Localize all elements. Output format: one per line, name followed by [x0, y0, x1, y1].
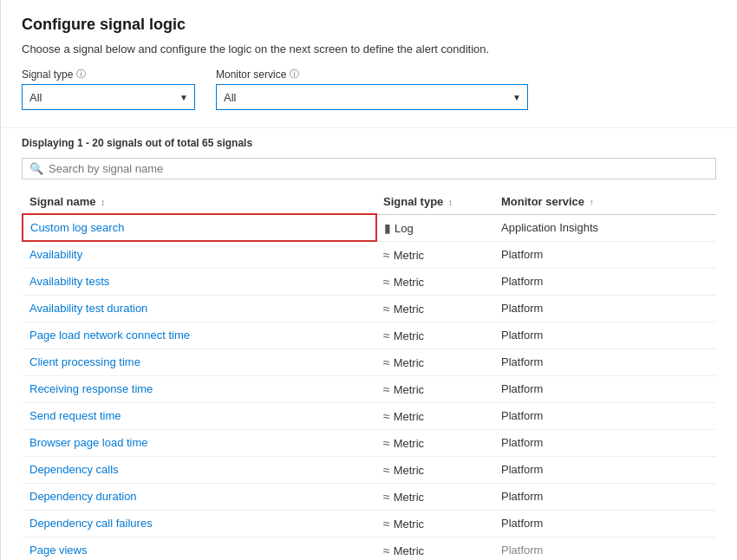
signal-name-link[interactable]: Receiving response time [29, 382, 153, 395]
monitor-service-cell: Platform [494, 348, 716, 375]
table-row: Send request time≈MetricPlatform [23, 402, 716, 429]
panel-title: Configure signal logic [22, 16, 716, 34]
signal-name-sort-icon[interactable]: ↕ [101, 198, 105, 207]
signal-type-info-icon[interactable]: ⓘ [76, 68, 86, 81]
signal-name-cell[interactable]: Dependency duration [23, 483, 376, 510]
monitor-service-cell: Platform [494, 375, 716, 402]
table-row: Page views≈MetricPlatform [23, 537, 716, 560]
signal-type-cell: ≈Metric [376, 348, 494, 375]
monitor-service-info-icon[interactable]: ⓘ [290, 68, 299, 81]
signal-type-text: Metric [394, 464, 424, 477]
signal-name-link[interactable]: Dependency call failures [29, 517, 153, 530]
table-row: Availability≈MetricPlatform [23, 241, 716, 268]
log-icon: ▮ [384, 221, 391, 235]
monitor-service-cell: Platform [494, 510, 716, 537]
signal-name-cell[interactable]: Page load network connect time [23, 322, 376, 348]
signal-name-cell[interactable]: Availability tests [23, 268, 376, 295]
monitor-service-select[interactable]: All [216, 84, 528, 110]
signal-name-cell[interactable]: Browser page load time [23, 429, 376, 456]
signal-name-cell[interactable]: Page views [23, 537, 376, 560]
signal-name-cell[interactable]: Receiving response time [23, 375, 376, 402]
metric-icon: ≈ [383, 329, 390, 342]
table-row: Dependency call failures≈MetricPlatform [23, 510, 716, 537]
monitor-service-cell: Platform [494, 483, 716, 510]
signal-name-link[interactable]: Page views [29, 544, 87, 557]
table-body: Custom log search▮LogApplication Insight… [23, 214, 716, 560]
signal-name-link[interactable]: Send request time [29, 409, 121, 422]
signal-name-link[interactable]: Availability [29, 248, 82, 261]
metric-icon: ≈ [383, 302, 390, 316]
col-header-signal-name: Signal name ↕ [23, 190, 355, 214]
panel-subtitle: Choose a signal below and configure the … [22, 42, 716, 55]
col-header-monitor-service: Monitor service ↑ [494, 190, 716, 214]
metric-icon: ≈ [383, 436, 390, 450]
monitor-service-filter-group: Monitor service ⓘ All ▼ [216, 68, 528, 110]
filter-row: Signal type ⓘ All ▼ Monitor service ⓘ [22, 68, 716, 110]
display-count: Displaying 1 - 20 signals out of total 6… [22, 137, 716, 149]
signal-type-text: Metric [394, 249, 424, 262]
monitor-service-cell: Platform [494, 537, 716, 560]
table-row: Availability tests≈MetricPlatform [23, 268, 716, 295]
signal-name-link[interactable]: Client processing time [29, 355, 140, 368]
signal-name-cell[interactable]: Dependency call failures [23, 510, 376, 537]
signal-type-cell: ≈Metric [376, 456, 494, 483]
signal-type-sort-icon[interactable]: ↕ [448, 198, 453, 207]
signal-type-cell: ≈Metric [376, 402, 494, 429]
col-header-signal-type: Signal type ↕ [376, 190, 494, 214]
signal-type-text: Metric [394, 276, 424, 289]
signal-name-cell[interactable]: Client processing time [23, 348, 376, 375]
signal-type-cell: ≈Metric [376, 241, 494, 268]
signal-type-text: Metric [394, 518, 424, 531]
metric-icon: ≈ [383, 463, 390, 477]
metric-icon: ≈ [383, 409, 390, 423]
metric-icon: ≈ [383, 382, 390, 396]
signal-name-link[interactable]: Browser page load time [29, 436, 148, 449]
signal-type-text: Metric [394, 356, 424, 369]
monitor-service-label: Monitor service ⓘ [216, 68, 528, 81]
monitor-service-sort-icon[interactable]: ↑ [590, 198, 594, 207]
metric-icon: ≈ [383, 275, 390, 289]
monitor-service-cell: Platform [494, 456, 716, 483]
table-header: Signal name ↕ Signal type ↕ Monitor serv… [23, 190, 716, 214]
signal-name-link[interactable]: Availability tests [29, 275, 109, 288]
signal-type-cell: ≈Metric [376, 322, 494, 348]
table-row: Availability test duration≈MetricPlatfor… [23, 295, 716, 322]
signal-name-cell[interactable]: Dependency calls [23, 456, 376, 483]
signal-type-text: Metric [394, 491, 424, 504]
search-input[interactable] [49, 162, 708, 175]
table-row: Client processing time≈MetricPlatform [23, 348, 716, 375]
signal-name-link[interactable]: Availability test duration [29, 302, 147, 315]
configure-signal-logic-panel: Configure signal logic Choose a signal b… [0, 0, 737, 560]
monitor-service-cell: Platform [494, 429, 716, 456]
signal-type-select[interactable]: All [22, 84, 195, 110]
signal-name-cell[interactable]: Send request time [23, 402, 376, 429]
signal-type-filter-group: Signal type ⓘ All ▼ [22, 68, 195, 110]
monitor-service-select-wrapper: All ▼ [216, 84, 528, 110]
signal-type-text: Metric [394, 410, 424, 423]
signal-name-cell[interactable]: Custom log search [23, 214, 376, 241]
signal-type-text: Metric [394, 544, 424, 557]
signal-type-text: Metric [394, 383, 424, 396]
signal-type-text: Metric [394, 329, 424, 342]
search-box[interactable]: 🔍 [22, 158, 716, 179]
monitor-service-cell: Platform [494, 322, 716, 348]
signal-type-label: Signal type ⓘ [22, 68, 195, 81]
signal-name-cell[interactable]: Availability [23, 241, 376, 268]
signal-name-link[interactable]: Custom log search [30, 221, 124, 234]
signal-type-cell: ≈Metric [376, 268, 494, 295]
signal-name-link[interactable]: Dependency calls [29, 463, 119, 476]
signal-type-cell: ≈Metric [376, 429, 494, 456]
signal-name-cell[interactable]: Availability test duration [23, 295, 376, 322]
table-row: Page load network connect time≈MetricPla… [23, 322, 716, 348]
signal-type-cell: ≈Metric [376, 510, 494, 537]
panel-header: Configure signal logic Choose a signal b… [1, 0, 737, 128]
monitor-service-cell: Application Insights [494, 214, 716, 241]
table-row: Dependency duration≈MetricPlatform [23, 483, 716, 510]
monitor-service-cell: Platform [494, 295, 716, 322]
metric-icon: ≈ [383, 490, 390, 504]
signal-type-cell: ≈Metric [376, 483, 494, 510]
monitor-service-cell: Platform [494, 402, 716, 429]
signal-name-link[interactable]: Dependency duration [29, 490, 137, 503]
signal-name-link[interactable]: Page load network connect time [29, 329, 190, 342]
signal-type-cell: ≈Metric [376, 537, 494, 560]
